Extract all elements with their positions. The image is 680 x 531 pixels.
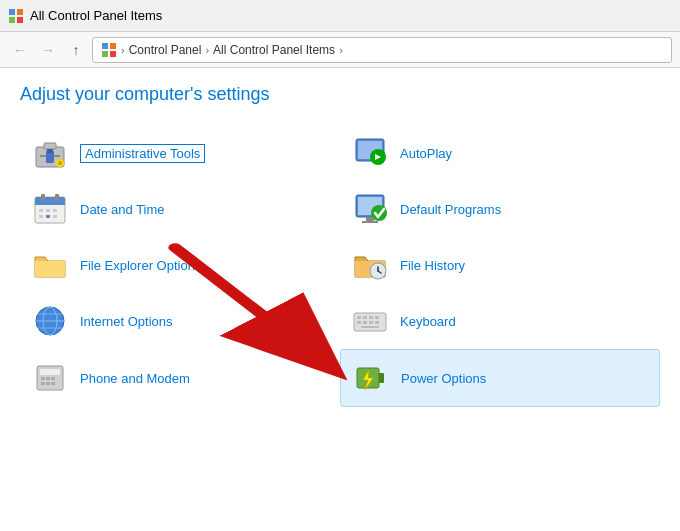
svg-rect-44 (357, 316, 361, 319)
item-phone-modem[interactable]: Phone and Modem (20, 349, 340, 407)
internet-options-label: Internet Options (80, 314, 173, 329)
breadcrumb-sep-2: › (205, 44, 209, 56)
window-title: All Control Panel Items (30, 8, 162, 23)
svg-rect-4 (102, 43, 108, 49)
phone-modem-icon (30, 358, 70, 398)
svg-rect-48 (357, 321, 361, 324)
breadcrumb: › Control Panel › All Control Panel Item… (92, 37, 672, 63)
svg-rect-45 (363, 316, 367, 319)
svg-rect-2 (9, 17, 15, 23)
file-history-label: File History (400, 258, 465, 273)
breadcrumb-all-items[interactable]: All Control Panel Items (213, 43, 335, 57)
item-file-history[interactable]: File History (340, 237, 660, 293)
svg-rect-57 (51, 377, 55, 380)
breadcrumb-sep-3: › (339, 44, 343, 56)
breadcrumb-control-panel[interactable]: Control Panel (129, 43, 202, 57)
svg-rect-56 (46, 377, 50, 380)
svg-rect-58 (41, 382, 45, 385)
svg-rect-49 (363, 321, 367, 324)
default-programs-icon (350, 189, 390, 229)
item-autoplay[interactable]: AutoPlay (340, 125, 660, 181)
svg-rect-6 (102, 51, 108, 57)
svg-rect-23 (55, 194, 59, 201)
date-time-label: Date and Time (80, 202, 165, 217)
svg-rect-47 (375, 316, 379, 319)
svg-rect-12 (47, 149, 53, 153)
item-default-programs[interactable]: Default Programs (340, 181, 660, 237)
keyboard-label: Keyboard (400, 314, 456, 329)
svg-rect-3 (17, 17, 23, 23)
svg-rect-0 (9, 9, 15, 15)
svg-rect-52 (361, 326, 379, 328)
up-button[interactable]: ↑ (64, 38, 88, 62)
date-time-icon (30, 189, 70, 229)
svg-rect-54 (40, 369, 60, 375)
svg-rect-5 (110, 43, 116, 49)
item-admin-tools[interactable]: Administrative Tools (20, 125, 340, 181)
phone-modem-label: Phone and Modem (80, 371, 190, 386)
autoplay-icon (350, 133, 390, 173)
file-explorer-icon (30, 245, 70, 285)
svg-rect-22 (41, 194, 45, 201)
address-bar: ← → ↑ › Control Panel › All Control Pane… (0, 32, 680, 68)
breadcrumb-cp-icon (101, 42, 117, 58)
svg-rect-33 (362, 221, 378, 223)
forward-button[interactable]: → (36, 38, 60, 62)
svg-rect-46 (369, 316, 373, 319)
back-button[interactable]: ← (8, 38, 32, 62)
main-content: Adjust your computer's settings (0, 68, 680, 531)
internet-options-icon (30, 301, 70, 341)
svg-point-34 (371, 205, 387, 221)
power-options-label: Power Options (401, 371, 486, 386)
item-internet-options[interactable]: Internet Options (20, 293, 340, 349)
svg-rect-21 (35, 201, 65, 205)
svg-rect-51 (375, 321, 379, 324)
svg-rect-24 (39, 209, 43, 212)
breadcrumb-sep-1: › (121, 44, 125, 56)
title-bar: All Control Panel Items (0, 0, 680, 32)
svg-rect-1 (17, 9, 23, 15)
power-options-icon (351, 358, 391, 398)
file-history-icon (350, 245, 390, 285)
item-keyboard[interactable]: Keyboard (340, 293, 660, 349)
keyboard-icon (350, 301, 390, 341)
items-grid: Administrative Tools AutoPlay (20, 125, 660, 407)
autoplay-label: AutoPlay (400, 146, 452, 161)
svg-rect-26 (53, 209, 57, 212)
svg-rect-25 (46, 209, 50, 212)
svg-rect-50 (369, 321, 373, 324)
admin-tools-label: Administrative Tools (80, 144, 205, 163)
svg-rect-9 (44, 143, 56, 149)
svg-rect-59 (46, 382, 50, 385)
svg-rect-29 (53, 215, 57, 218)
item-file-explorer[interactable]: File Explorer Options (20, 237, 340, 293)
svg-rect-55 (41, 377, 45, 380)
default-programs-label: Default Programs (400, 202, 501, 217)
window-icon (8, 8, 24, 24)
item-date-time[interactable]: Date and Time (20, 181, 340, 237)
admin-tools-icon (30, 133, 70, 173)
svg-rect-60 (51, 382, 55, 385)
file-explorer-label: File Explorer Options (80, 258, 201, 273)
item-power-options[interactable]: Power Options (340, 349, 660, 407)
svg-rect-28 (46, 215, 50, 218)
svg-rect-7 (110, 51, 116, 57)
svg-rect-27 (39, 215, 43, 218)
page-title: Adjust your computer's settings (20, 84, 660, 105)
svg-point-14 (58, 161, 62, 165)
svg-rect-62 (379, 373, 384, 383)
